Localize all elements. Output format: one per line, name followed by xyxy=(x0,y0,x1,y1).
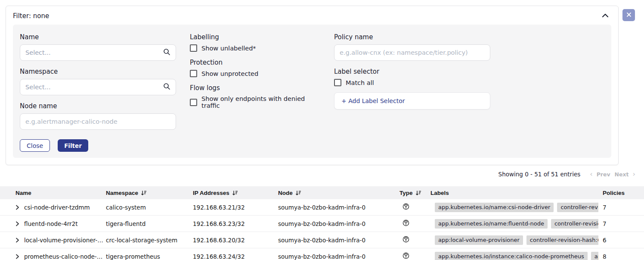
column-header-policies: Policies xyxy=(598,190,644,196)
workload-endpoint-icon xyxy=(402,203,409,211)
endpoint-namespace: calico-system xyxy=(106,204,193,211)
policy-name-field[interactable] xyxy=(334,44,490,61)
endpoint-ip: 192.168.63.24/32 xyxy=(193,253,278,260)
expand-row-icon[interactable] xyxy=(15,221,19,226)
endpoints-table: Name Namespace IP Addresses Node Type xyxy=(0,186,644,260)
show-unprotected-checkbox[interactable] xyxy=(190,70,197,77)
workload-endpoint-icon xyxy=(402,236,409,244)
prev-arrow-icon[interactable]: ‹ xyxy=(588,171,594,178)
endpoint-node: soumya-bz-0zbo-kadm-infra-0 xyxy=(278,220,399,227)
endpoint-name[interactable]: fluentd-node-4rr2t xyxy=(24,220,78,227)
chevron-up-icon xyxy=(602,13,609,19)
prev-button[interactable]: Prev xyxy=(594,171,613,178)
workload-endpoint-icon xyxy=(402,219,409,228)
expand-row-icon[interactable] xyxy=(15,205,19,210)
policies-count: 8 xyxy=(598,253,644,260)
denied-traffic-checkbox[interactable] xyxy=(190,99,197,106)
show-unlabelled-row: Show unlabelled* xyxy=(190,44,320,52)
endpoint-node: soumya-bz-0zbo-kadm-infra-0 xyxy=(278,237,399,244)
endpoint-node: soumya-bz-0zbo-kadm-infra-0 xyxy=(278,253,399,260)
show-unprotected-row: Show unprotected xyxy=(190,70,320,77)
label-chip: app:local-volume-provisioner xyxy=(435,235,523,245)
next-button[interactable]: Next xyxy=(613,171,631,178)
endpoint-ip: 192.168.63.20/32 xyxy=(193,237,278,244)
label-chip: controller-revisi… xyxy=(557,203,598,212)
filter-column-right: Policy name Label selector Match all + A… xyxy=(334,33,490,152)
protection-section-label: Protection xyxy=(190,59,320,66)
name-field-label: Name xyxy=(20,33,176,41)
sort-icon[interactable] xyxy=(232,190,238,196)
flow-logs-section-label: Flow logs xyxy=(190,84,320,92)
endpoint-name[interactable]: prometheus-calico-node-… xyxy=(24,253,102,260)
endpoint-namespace: crc-local-storage-system xyxy=(106,237,193,244)
search-icon xyxy=(163,48,170,57)
filter-column-left: Name Namespace Node name Close Filt xyxy=(20,33,176,152)
entries-summary: Showing 0 - 51 of 51 entries xyxy=(498,171,581,178)
expand-row-icon[interactable] xyxy=(15,254,19,259)
column-header-labels: Labels xyxy=(430,190,598,196)
label-chip: app.kubernetes.io/instance:calico-node-p… xyxy=(435,252,588,260)
labelling-section-label: Labelling xyxy=(190,33,320,41)
filter-panel-title: Filter: none xyxy=(13,12,49,20)
namespace-select[interactable] xyxy=(20,79,176,95)
table-row: csi-node-driver-tzdmm calico-system 192.… xyxy=(0,199,644,216)
filter-form: Name Namespace Node name Close Filt xyxy=(13,25,611,158)
collapse-filter-button[interactable] xyxy=(601,12,610,20)
label-chip: app.… xyxy=(591,252,598,260)
policy-name-input[interactable] xyxy=(340,49,485,56)
column-header-type[interactable]: Type xyxy=(399,190,430,196)
close-button[interactable]: Close xyxy=(20,139,50,152)
endpoint-name[interactable]: local-volume-provisioner-… xyxy=(24,237,103,244)
node-name-input[interactable] xyxy=(25,118,170,125)
namespace-select-input[interactable] xyxy=(25,84,163,91)
column-header-name: Name xyxy=(0,190,106,196)
column-header-namespace[interactable]: Namespace xyxy=(106,190,193,196)
show-unlabelled-checkbox[interactable] xyxy=(190,44,197,52)
label-selector-section-label: Label selector xyxy=(334,68,490,75)
column-header-node[interactable]: Node xyxy=(278,190,399,196)
label-chip: controller-revision-… xyxy=(551,219,598,229)
table-row: local-volume-provisioner-… crc-local-sto… xyxy=(0,232,644,248)
match-all-label: Match all xyxy=(346,79,374,86)
endpoint-ip: 192.168.63.21/32 xyxy=(193,204,278,211)
endpoint-name[interactable]: csi-node-driver-tzdmm xyxy=(24,204,90,211)
filter-panel: Filter: none Name Namespace xyxy=(6,6,619,165)
show-unprotected-label: Show unprotected xyxy=(201,70,258,77)
add-label-selector-button[interactable]: + Add Label Selector xyxy=(334,92,490,110)
table-row: fluentd-node-4rr2t tigera-fluentd 192.16… xyxy=(0,216,644,232)
filter-panel-header: Filter: none xyxy=(6,6,618,25)
endpoint-node: soumya-bz-0zbo-kadm-infra-0 xyxy=(278,204,399,211)
denied-traffic-row: Show only endpoints with denied traffic xyxy=(190,95,320,109)
match-all-checkbox[interactable] xyxy=(334,79,341,86)
expand-row-icon[interactable] xyxy=(15,238,19,243)
search-icon xyxy=(163,83,170,91)
name-select-input[interactable] xyxy=(25,49,163,56)
filter-button[interactable]: Filter xyxy=(58,139,88,152)
panel-close-button[interactable] xyxy=(622,9,635,21)
sort-icon[interactable] xyxy=(141,190,147,196)
close-icon xyxy=(626,12,632,19)
policy-name-field-label: Policy name xyxy=(334,33,490,41)
endpoint-namespace: tigera-prometheus xyxy=(106,253,193,260)
name-select[interactable] xyxy=(20,44,176,61)
policies-count: 7 xyxy=(598,204,644,211)
next-arrow-icon[interactable]: › xyxy=(631,171,637,178)
label-chip: app.kubernetes.io/name:csi-node-driver xyxy=(435,203,554,212)
endpoint-namespace: tigera-fluentd xyxy=(106,220,193,227)
policies-count: 7 xyxy=(598,220,644,227)
filter-column-middle: Labelling Show unlabelled* Protection Sh… xyxy=(190,33,320,152)
node-name-field-label: Node name xyxy=(20,102,176,110)
policies-count: 6 xyxy=(598,237,644,244)
node-name-field[interactable] xyxy=(20,113,176,130)
sort-icon[interactable] xyxy=(295,190,301,196)
label-chip: controller-revision-hash:65… xyxy=(526,235,598,245)
column-header-ip-addresses[interactable]: IP Addresses xyxy=(193,190,278,196)
label-chip: app.kubernetes.io/name:fluentd-node xyxy=(435,219,548,229)
namespace-field-label: Namespace xyxy=(20,68,176,75)
show-unlabelled-label: Show unlabelled* xyxy=(201,45,256,52)
table-row: prometheus-calico-node-… tigera-promethe… xyxy=(0,248,644,260)
filter-actions: Close Filter xyxy=(20,139,176,152)
match-all-row: Match all xyxy=(334,79,490,86)
sort-icon[interactable] xyxy=(415,190,421,196)
endpoint-ip: 192.168.63.23/32 xyxy=(193,220,278,227)
